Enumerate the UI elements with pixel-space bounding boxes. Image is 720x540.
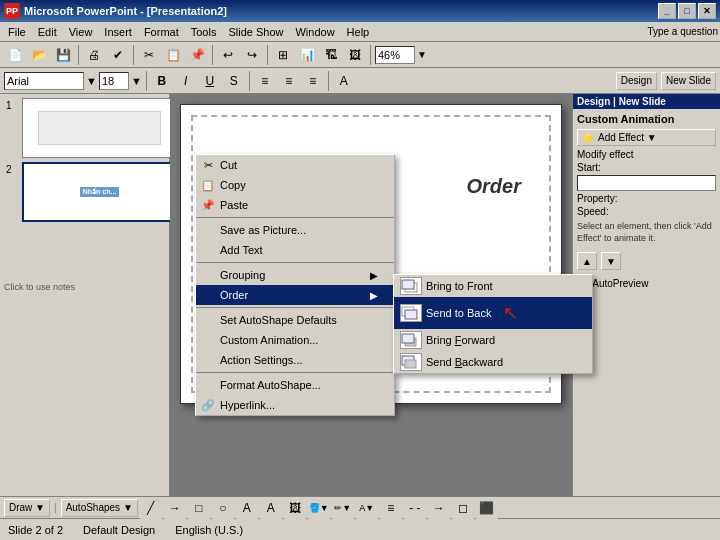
insert-table-btn[interactable]: ⊞ xyxy=(272,44,294,66)
line-tool[interactable]: ╱ xyxy=(140,497,162,519)
slide-thumb-content-1 xyxy=(22,98,177,158)
ctx-cut[interactable]: ✂ Cut xyxy=(196,155,394,175)
textbox-tool[interactable]: A xyxy=(236,497,258,519)
arrow-tool[interactable]: → xyxy=(164,497,186,519)
submenu-bring-front[interactable]: Bring to Front xyxy=(394,275,592,297)
ctx-add-text[interactable]: Add Text xyxy=(196,240,394,260)
font-dropdown-arrow[interactable]: ▼ xyxy=(86,75,97,87)
cut-btn[interactable]: ✂ xyxy=(138,44,160,66)
insert-chart-btn[interactable]: 📊 xyxy=(296,44,318,66)
app-window: PP Microsoft PowerPoint - [Presentation2… xyxy=(0,0,720,540)
size-dropdown-arrow[interactable]: ▼ xyxy=(131,75,142,87)
ctx-copy[interactable]: 📋 Copy xyxy=(196,175,394,195)
ctx-set-autoshape[interactable]: Set AutoShape Defaults xyxy=(196,310,394,330)
sep2 xyxy=(133,45,134,65)
spell-btn[interactable]: ✔ xyxy=(107,44,129,66)
submenu-send-back[interactable]: Send to Back ↖ xyxy=(394,297,592,329)
menu-edit[interactable]: Edit xyxy=(32,24,63,40)
align-right-btn[interactable]: ≡ xyxy=(302,70,324,92)
menu-file[interactable]: File xyxy=(2,24,32,40)
redo-btn[interactable]: ↪ xyxy=(241,44,263,66)
ctx-grouping[interactable]: Grouping ▶ xyxy=(196,265,394,285)
draw-dropdown-btn[interactable]: Draw ▼ xyxy=(4,499,50,517)
new-btn[interactable]: 📄 xyxy=(4,44,26,66)
paste-icon: 📌 xyxy=(200,197,216,213)
3d-style-btn[interactable]: ⬛ xyxy=(476,497,498,519)
align-center-btn[interactable]: ≡ xyxy=(278,70,300,92)
fill-color-btn[interactable]: 🪣▼ xyxy=(308,497,330,519)
menu-window[interactable]: Window xyxy=(289,24,340,40)
minimize-btn[interactable]: _ xyxy=(658,3,676,19)
ctx-paste[interactable]: 📌 Paste xyxy=(196,195,394,215)
zoom-input[interactable]: 46% xyxy=(375,46,415,64)
reorder-down-btn[interactable]: ▼ xyxy=(601,252,621,270)
menu-slideshow[interactable]: Slide Show xyxy=(222,24,289,40)
bold-btn[interactable]: B xyxy=(151,70,173,92)
wordart-tool[interactable]: A xyxy=(260,497,282,519)
bring-forward-icon xyxy=(400,331,422,349)
close-btn[interactable]: ✕ xyxy=(698,3,716,19)
insert-org-btn[interactable]: 🏗 xyxy=(320,44,342,66)
zoom-dropdown[interactable]: ▼ xyxy=(417,49,427,60)
line-color-btn[interactable]: ✏▼ xyxy=(332,497,354,519)
menu-tools[interactable]: Tools xyxy=(185,24,223,40)
open-btn[interactable]: 📂 xyxy=(28,44,50,66)
underline-btn[interactable]: U xyxy=(199,70,221,92)
start-input[interactable] xyxy=(577,175,716,191)
slide-thumb-2[interactable]: 2 Nhấn ch... xyxy=(22,162,165,222)
context-menu: ✂ Cut 📋 Copy 📌 Paste Save as Picture... … xyxy=(195,154,395,416)
dash-style-btn[interactable]: - - xyxy=(404,497,426,519)
save-btn[interactable]: 💾 xyxy=(52,44,74,66)
ctx-action-settings[interactable]: Action Settings... xyxy=(196,350,394,370)
align-left-btn[interactable]: ≡ xyxy=(254,70,276,92)
ctx-sep3 xyxy=(196,307,394,308)
font-color-btn2[interactable]: A▼ xyxy=(356,497,378,519)
menu-insert[interactable]: Insert xyxy=(98,24,138,40)
menu-view[interactable]: View xyxy=(63,24,99,40)
slide-thumb-content-2: Nhấn ch... xyxy=(22,162,177,222)
print-btn[interactable]: 🖨 xyxy=(83,44,105,66)
ctx-sep2 xyxy=(196,262,394,263)
ctx-order[interactable]: Order ▶ xyxy=(196,285,394,305)
paste-btn[interactable]: 📌 xyxy=(186,44,208,66)
new-slide-btn[interactable]: New Slide xyxy=(661,72,716,90)
font-size-box[interactable]: 18 xyxy=(99,72,129,90)
font-name-box[interactable]: Arial xyxy=(4,72,84,90)
insert-clip-btn[interactable]: 🖼 xyxy=(344,44,366,66)
autoshapes-btn[interactable]: AutoShapes ▼ xyxy=(61,499,138,517)
reorder-up-btn[interactable]: ▲ xyxy=(577,252,597,270)
send-back-label: Send to Back xyxy=(426,307,491,319)
menu-format[interactable]: Format xyxy=(138,24,185,40)
arrow-style-btn[interactable]: → xyxy=(428,497,450,519)
submenu-bring-forward[interactable]: Bring Forward xyxy=(394,329,592,351)
ctx-hyperlink[interactable]: 🔗 Hyperlink... xyxy=(196,395,394,415)
copy-btn[interactable]: 📋 xyxy=(162,44,184,66)
oval-tool[interactable]: ○ xyxy=(212,497,234,519)
ctx-format-autoshape[interactable]: Format AutoShape... xyxy=(196,375,394,395)
maximize-btn[interactable]: □ xyxy=(678,3,696,19)
rect-tool[interactable]: □ xyxy=(188,497,210,519)
clip-tool[interactable]: 🖼 xyxy=(284,497,306,519)
sep6 xyxy=(146,71,147,91)
cut-icon: ✂ xyxy=(200,157,216,173)
slide-thumb-1[interactable]: 1 xyxy=(22,98,165,158)
submenu-send-backward[interactable]: Send Backward xyxy=(394,351,592,373)
language-status: English (U.S.) xyxy=(175,524,243,536)
italic-btn[interactable]: I xyxy=(175,70,197,92)
menu-help[interactable]: Help xyxy=(341,24,376,40)
toolbar-formatting: Arial ▼ 18 ▼ B I U S ≡ ≡ ≡ A Design New … xyxy=(0,68,720,94)
shadow-btn[interactable]: S xyxy=(223,70,245,92)
design-btn[interactable]: Design xyxy=(616,72,657,90)
add-effect-btn[interactable]: ⭐ Add Effect ▼ xyxy=(577,129,716,146)
shadow-style-btn[interactable]: ◻ xyxy=(452,497,474,519)
speed-label: Speed: xyxy=(577,206,716,217)
ctx-custom-anim[interactable]: Custom Animation... xyxy=(196,330,394,350)
font-color-btn[interactable]: A xyxy=(333,70,355,92)
ctx-save-picture[interactable]: Save as Picture... xyxy=(196,220,394,240)
slide-order-text[interactable]: Order xyxy=(467,175,521,198)
undo-btn[interactable]: ↩ xyxy=(217,44,239,66)
app-icon-text: PP xyxy=(6,6,18,16)
right-panel: Design | New Slide Custom Animation ⭐ Ad… xyxy=(572,94,720,496)
line-style-btn[interactable]: ≡ xyxy=(380,497,402,519)
zoom-value: 46% xyxy=(378,49,400,61)
